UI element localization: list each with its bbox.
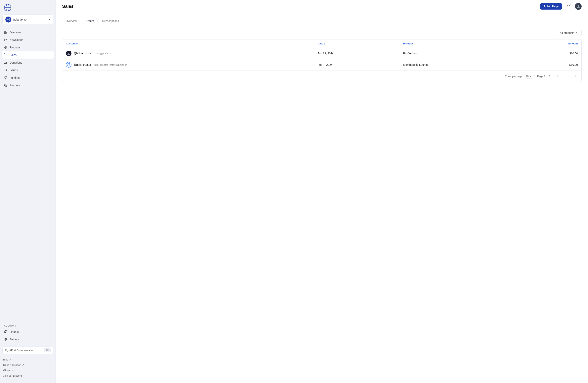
all-products-dropdown[interactable]: All products: [557, 30, 582, 36]
cart-icon: [4, 53, 8, 57]
svg-rect-16: [6, 62, 7, 64]
person-icon: [4, 68, 8, 72]
svg-point-12: [5, 56, 6, 56]
external-link-icon: ↗: [9, 358, 11, 361]
svg-point-18: [4, 84, 7, 87]
topbar: Sales Public Page: [56, 0, 588, 13]
notification-badge: [569, 4, 571, 5]
dollar-icon: [4, 330, 8, 334]
svg-rect-8: [4, 32, 6, 34]
svg-point-35: [578, 5, 579, 7]
topbar-right: Public Page: [540, 3, 582, 10]
footer-link-label: Blog: [3, 358, 8, 361]
cell-date: Feb 7, 2024: [314, 59, 400, 70]
api-docs-search-button[interactable]: API & Documentation ⌘K: [2, 347, 53, 354]
footer-link-github[interactable]: GitHub ↗: [2, 368, 53, 373]
sidebar: polardemo ▾ Overview N: [0, 0, 56, 383]
main-content: Sales Public Page Overview: [56, 0, 588, 383]
footer-link-blog[interactable]: Blog ↗: [2, 357, 53, 362]
sidebar-item-label: Promote: [10, 84, 20, 87]
svg-point-29: [5, 338, 6, 339]
main-nav: Overview Newsletter Products: [0, 29, 56, 322]
svg-point-37: [68, 53, 69, 54]
cell-customer: @birkjernstrom birk@polar.sh: [62, 48, 314, 59]
sidebar-item-funding[interactable]: Funding: [1, 74, 54, 81]
sidebar-item-label: Donations: [10, 61, 22, 64]
user-avatar[interactable]: [575, 3, 582, 10]
sidebar-item-finance[interactable]: Finance: [1, 328, 54, 335]
page-title: Sales: [62, 4, 74, 9]
sidebar-item-sales[interactable]: Sales: [1, 51, 54, 59]
footer-link-label: Docs & Support: [3, 363, 21, 366]
svg-point-17: [5, 69, 6, 70]
external-link-icon: ↗: [12, 369, 14, 372]
svg-rect-7: [6, 31, 7, 32]
tab-overview[interactable]: Overview: [62, 18, 81, 24]
sidebar-bottom: API & Documentation ⌘K Blog ↗ Docs & Sup…: [0, 343, 56, 380]
prev-page-button[interactable]: ‹: [560, 73, 566, 79]
footer-links: Blog ↗ Docs & Support ↗ GitHub ↗ Join ou…: [2, 357, 53, 378]
svg-rect-6: [4, 31, 6, 32]
orders-table: Customer Date ↓ Product: [62, 39, 582, 82]
col-header-amount[interactable]: Amount: [519, 40, 581, 48]
promote-icon: [4, 84, 8, 87]
col-header-date[interactable]: Date ↓: [314, 40, 400, 48]
sidebar-item-newsletter[interactable]: Newsletter: [1, 36, 54, 44]
svg-rect-9: [6, 32, 7, 34]
api-docs-label: API & Documentation: [9, 349, 34, 352]
search-icon: [5, 349, 8, 352]
table-row[interactable]: @birkjernstrom birk@polar.sh Jun 13, 202…: [62, 48, 581, 59]
customer-avatar: [66, 62, 71, 68]
sliders-icon: [4, 338, 8, 341]
cell-date: Jun 13, 2024: [314, 48, 400, 59]
content-area: Overview Orders Subscriptions All produc…: [56, 13, 588, 383]
chevron-down-icon: [576, 31, 579, 34]
org-name: polardemo: [13, 18, 47, 21]
sidebar-item-label: Products: [10, 46, 21, 49]
col-header-customer[interactable]: Customer: [62, 40, 314, 48]
footer-link-discord[interactable]: Join our Discord ↗: [2, 373, 53, 378]
sidebar-item-settings[interactable]: Settings: [1, 336, 54, 343]
next-page-button[interactable]: ›: [566, 73, 572, 79]
tabs: Overview Orders Subscriptions: [62, 18, 582, 24]
sidebar-item-products[interactable]: Products: [1, 44, 54, 51]
sidebar-item-label: Finance: [10, 330, 20, 333]
first-page-button[interactable]: ⟪: [554, 73, 560, 79]
filter-bar: All products: [62, 30, 582, 36]
account-section: ACCOUNT Finance: [0, 323, 56, 343]
svg-point-19: [5, 85, 6, 86]
cell-customer: @polarcreator birk+creator-install@polar…: [62, 59, 314, 70]
footer-link-label: Join our Discord: [3, 374, 22, 377]
table-row[interactable]: @polarcreator birk+creator-install@polar…: [62, 59, 581, 70]
notifications-button[interactable]: [565, 3, 572, 10]
grid-icon: [4, 30, 8, 34]
external-link-icon: ↗: [22, 364, 24, 366]
footer-link-docs-support[interactable]: Docs & Support ↗: [2, 362, 53, 367]
all-products-label: All products: [560, 31, 574, 34]
org-avatar: [5, 17, 11, 23]
customer-avatar: [66, 51, 71, 56]
customer-handle: @polarcreator: [73, 63, 91, 66]
tab-subscriptions[interactable]: Subscriptions: [99, 18, 122, 24]
sidebar-item-label: Sales: [10, 53, 17, 57]
rows-per-page-select[interactable]: 20: [524, 74, 533, 79]
chevron-down-icon: ▾: [49, 18, 50, 21]
chevron-down-icon: [529, 75, 531, 77]
sidebar-item-donations[interactable]: Donations: [1, 59, 54, 66]
sidebar-item-issues[interactable]: Issues: [1, 67, 54, 74]
org-selector[interactable]: polardemo ▾: [2, 14, 53, 25]
rows-per-page: Rows per page 20: [505, 74, 533, 79]
cell-amount: $10.00: [519, 59, 581, 70]
sidebar-item-promote[interactable]: Promote: [1, 82, 54, 89]
tab-orders[interactable]: Orders: [82, 18, 98, 24]
col-header-product[interactable]: Product: [399, 40, 519, 48]
sidebar-item-label: Funding: [10, 76, 20, 79]
customer-email: birk+creator-install@polar.sh: [94, 63, 127, 66]
sort-desc-icon: ↓: [324, 43, 325, 45]
page-navigation: ⟪ ‹ › ⟫: [554, 73, 578, 79]
public-page-button[interactable]: Public Page: [540, 3, 562, 10]
svg-point-13: [6, 56, 7, 56]
last-page-button[interactable]: ⟫: [572, 73, 578, 79]
sidebar-item-overview[interactable]: Overview: [1, 29, 54, 36]
gem-icon: [4, 46, 8, 49]
